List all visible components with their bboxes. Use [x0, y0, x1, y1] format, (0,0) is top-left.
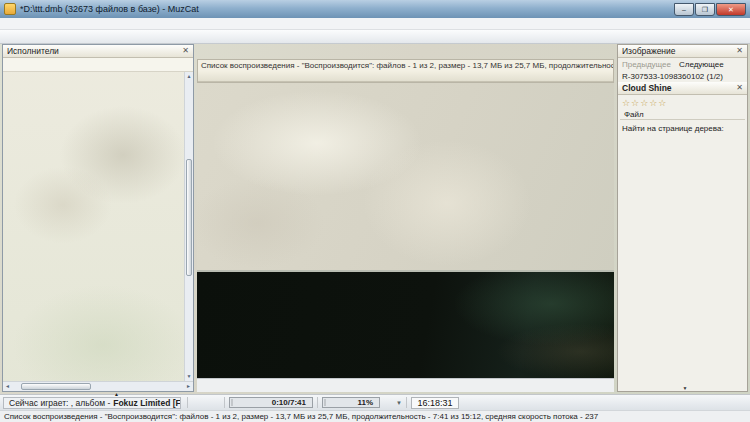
artists-panel: Исполнители ✕ ▲ ▼ ◄ ► — [2, 44, 194, 392]
playlist-background-area — [197, 83, 614, 270]
track-box-header: Cloud Shine ✕ — [618, 82, 747, 95]
progress-label: 0:10/7:41 — [272, 398, 306, 407]
muzcat-window: *D:\ttt.dmb (32673 файлов в базе) - MuzC… — [0, 0, 750, 422]
artists-tree: ▲ ▼ — [3, 72, 193, 381]
window-title: *D:\ttt.dmb (32673 файлов в базе) - MuzC… — [20, 4, 199, 14]
document-tabs — [197, 44, 614, 59]
scroll-up-icon[interactable]: ▲ — [185, 72, 193, 81]
status-bar: Список воспроизведения - "Воспроизводитс… — [0, 410, 750, 422]
speaker-icon[interactable] — [382, 397, 395, 409]
now-playing-text: Сейчас играет: , альбом - — [9, 398, 110, 408]
artists-panel-title: Исполнители — [7, 46, 59, 56]
scrollbar-thumb[interactable] — [21, 383, 91, 390]
previous-image-link[interactable]: Предыдущее — [622, 60, 671, 69]
close-button[interactable]: ✕ — [716, 3, 746, 16]
now-playing-box: Сейчас играет: , альбом - Fokuz Limited … — [3, 397, 181, 409]
main-toolbar — [0, 30, 750, 44]
artists-panel-toolbar — [3, 58, 193, 72]
next-image-link[interactable]: Следующее — [679, 60, 724, 69]
app-icon — [4, 3, 16, 15]
playlist-table — [197, 71, 614, 83]
clock-display: 16:18:31 — [411, 397, 459, 409]
now-playing-album: Fokuz Limited [FOKUZ002] — [113, 398, 181, 408]
title-bar[interactable]: *D:\ttt.dmb (32673 файлов в базе) - MuzC… — [0, 0, 750, 18]
panel-close-icon[interactable]: ✕ — [182, 47, 189, 55]
fft-spectrum-view — [197, 270, 614, 378]
image-box-title: Изображение — [622, 46, 676, 56]
tree-vertical-scrollbar[interactable]: ▲ ▼ — [184, 72, 193, 381]
playlist-info-text: Список воспроизведения - "Воспроизводитс… — [201, 61, 614, 70]
find-section-title: Найти на странице дерева: — [618, 120, 747, 135]
track-box-title: Cloud Shine — [622, 83, 672, 93]
forward-arrow-icon[interactable] — [207, 397, 220, 409]
image-box-header: Изображение ✕ — [618, 45, 747, 58]
speaker-dropdown-icon[interactable]: ▼ — [396, 400, 402, 406]
artists-panel-header: Исполнители ✕ — [3, 45, 193, 58]
panel-overflow-icon[interactable]: ▼ — [683, 385, 688, 391]
status-text: Список воспроизведения - "Воспроизводитс… — [4, 412, 598, 421]
file-section-header: Файл — [620, 108, 745, 120]
tree-horizontal-scrollbar[interactable]: ◄ ► — [3, 381, 193, 391]
scroll-right-icon[interactable]: ► — [184, 382, 193, 391]
playlist-table-header — [198, 71, 613, 82]
equalizer-icon[interactable] — [192, 397, 205, 409]
volume-bar[interactable]: 11% — [322, 397, 380, 408]
minimize-button[interactable]: – — [674, 3, 694, 16]
volume-label: 11% — [357, 398, 373, 407]
splitter-collapse-icon[interactable]: ▲ — [114, 391, 119, 397]
scroll-down-icon[interactable]: ▼ — [185, 372, 193, 381]
playlist-info-bar: Список воспроизведения - "Воспроизводитс… — [197, 59, 614, 71]
bottom-view-tabs — [197, 378, 614, 392]
menu-bar — [0, 18, 750, 30]
panel-close-icon[interactable]: ✕ — [736, 84, 743, 92]
panel-close-icon[interactable]: ✕ — [736, 47, 743, 55]
image-caption: R-307533-1098360102 (1/2) — [618, 71, 747, 82]
scroll-left-icon[interactable]: ◄ — [3, 382, 12, 391]
scrollbar-thumb[interactable] — [186, 159, 192, 276]
track-rating-stars[interactable]: ☆☆☆☆☆ — [618, 98, 747, 108]
maximize-button[interactable]: ❐ — [695, 3, 715, 16]
playlist-panel: Список воспроизведения - "Воспроизводитс… — [197, 44, 614, 392]
player-bar: Сейчас играет: , альбом - Fokuz Limited … — [0, 394, 750, 410]
progress-bar[interactable]: 0:10/7:41 — [229, 397, 313, 408]
details-panel: Изображение ✕ Предыдущее Следующее R-307… — [617, 44, 748, 392]
